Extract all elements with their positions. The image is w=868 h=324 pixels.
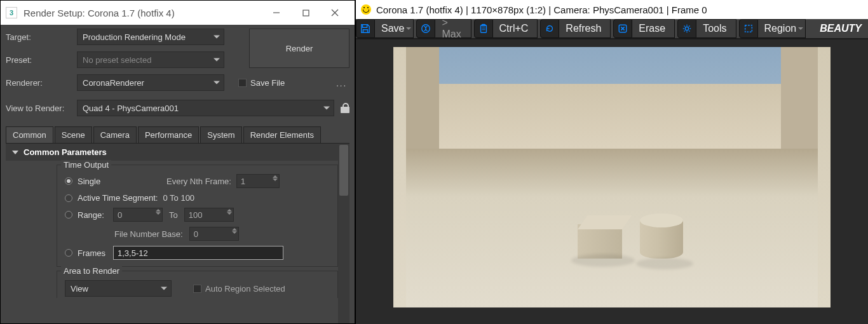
- single-label: Single: [78, 177, 166, 186]
- render-pass-label[interactable]: BEAUTY: [813, 19, 868, 38]
- svg-rect-13: [745, 25, 752, 32]
- maximize-button[interactable]: [291, 1, 320, 25]
- erase-group: Erase: [613, 19, 675, 38]
- refresh-group: Refresh: [540, 19, 611, 38]
- common-panel: Common Parameters ⠿ Time Output Single E…: [6, 144, 349, 323]
- tab-performance[interactable]: Performance: [138, 126, 199, 143]
- erase-icon[interactable]: [613, 19, 632, 38]
- preset-value: No preset selected: [83, 55, 151, 65]
- range-label: Range:: [78, 210, 113, 220]
- lock-icon[interactable]: [341, 103, 349, 113]
- target-label: Target:: [6, 32, 77, 42]
- chevron-down-icon: [323, 107, 330, 110]
- frames-input[interactable]: 1,3,5-12: [113, 246, 283, 260]
- range-radio[interactable]: [65, 211, 72, 219]
- panel-title: Common Parameters: [24, 147, 107, 157]
- tools-group: Tools: [677, 19, 736, 38]
- renderer-value: CoronaRenderer: [83, 78, 144, 88]
- renderer-dropdown[interactable]: CoronaRenderer: [77, 74, 224, 91]
- vfb-titlebar[interactable]: Corona 1.7 (hotfix 4) | 1170×878px (1:2)…: [356, 0, 868, 19]
- panel-header[interactable]: Common Parameters ⠿: [6, 144, 349, 161]
- save-button[interactable]: Save: [375, 19, 414, 38]
- app-icon: 3: [6, 7, 17, 18]
- render-cube: [578, 215, 622, 259]
- split-chevron-icon: [406, 27, 411, 30]
- tab-common[interactable]: Common: [6, 126, 53, 143]
- erase-button[interactable]: Erase: [632, 19, 675, 38]
- view-value: Quad 4 - PhysCamera001: [83, 104, 179, 113]
- chevron-down-icon: [214, 58, 220, 62]
- tab-system[interactable]: System: [200, 126, 241, 143]
- render-image: [393, 47, 831, 307]
- panel-scrollbar[interactable]: [338, 144, 349, 323]
- active-segment-value: 0 To 100: [163, 193, 194, 203]
- auto-region-checkbox[interactable]: [193, 285, 201, 293]
- region-icon[interactable]: [739, 19, 758, 38]
- range-from-spinner[interactable]: 0: [113, 208, 163, 222]
- active-segment-radio[interactable]: [65, 194, 72, 202]
- to-max-icon[interactable]: [416, 19, 435, 38]
- render-setup-body: Target: Production Rendering Mode Preset…: [1, 25, 355, 323]
- smiley-icon: [361, 4, 371, 15]
- to-max-button[interactable]: > Max: [435, 19, 471, 38]
- vfb-title-text: Corona 1.7 (hotfix 4) | 1170×878px (1:2)…: [376, 4, 707, 15]
- area-view-dropdown[interactable]: View: [65, 280, 172, 297]
- save-icon[interactable]: [356, 19, 375, 38]
- save-group: Save: [356, 19, 414, 38]
- single-radio[interactable]: [65, 177, 72, 185]
- target-value: Production Rendering Mode: [83, 32, 186, 42]
- copy-group: Ctrl+C: [474, 19, 538, 38]
- target-dropdown[interactable]: Production Rendering Mode: [77, 29, 224, 45]
- preset-label: Preset:: [6, 55, 77, 65]
- render-cylinder: [640, 213, 683, 263]
- svg-point-12: [685, 27, 688, 30]
- area-to-render-group: Area to Render View Auto Region Selected: [57, 271, 338, 298]
- copy-button[interactable]: Ctrl+C: [493, 19, 538, 38]
- view-label: View to Render:: [6, 104, 77, 113]
- area-legend: Area to Render: [61, 266, 122, 276]
- time-output-legend: Time Output: [61, 160, 111, 170]
- vfb-toolbar: Save > Max Ctrl+C Refresh Erase: [356, 19, 868, 39]
- save-file-checkbox[interactable]: [238, 79, 247, 87]
- vfb-window: Corona 1.7 (hotfix 4) | 1170×878px (1:2)…: [355, 0, 868, 324]
- renderer-label: Renderer:: [6, 78, 77, 88]
- active-segment-label: Active Time Segment:: [78, 193, 158, 203]
- tools-button[interactable]: Tools: [696, 19, 736, 38]
- every-nth-label: Every Nth Frame:: [166, 177, 231, 186]
- chevron-down-icon: [214, 81, 220, 84]
- render-button[interactable]: Render: [249, 29, 349, 68]
- split-chevron-icon: [798, 27, 803, 30]
- save-file-browse[interactable]: ...: [336, 77, 349, 88]
- every-nth-spinner[interactable]: 1: [236, 174, 280, 188]
- chevron-down-icon: [214, 36, 220, 39]
- titlebar[interactable]: 3 Render Setup: Corona 1.7 (hotfix 4): [1, 1, 355, 25]
- auto-region-label: Auto Region Selected: [205, 284, 285, 294]
- tabs: Common Scene Camera Performance System R…: [6, 126, 349, 144]
- region-button[interactable]: Region: [758, 19, 806, 38]
- range-to-spinner[interactable]: 100: [184, 208, 234, 222]
- vfb-viewport[interactable]: [356, 39, 868, 324]
- clipboard-icon[interactable]: [474, 19, 493, 38]
- refresh-button[interactable]: Refresh: [559, 19, 611, 38]
- file-number-base-spinner[interactable]: 0: [189, 227, 239, 241]
- frames-radio[interactable]: [65, 249, 72, 257]
- tab-scene[interactable]: Scene: [55, 126, 92, 143]
- svg-rect-1: [303, 10, 309, 16]
- tab-render-elements[interactable]: Render Elements: [243, 126, 321, 143]
- refresh-icon[interactable]: [540, 19, 559, 38]
- close-button[interactable]: [320, 1, 349, 25]
- tab-camera[interactable]: Camera: [93, 126, 137, 143]
- view-dropdown[interactable]: Quad 4 - PhysCamera001: [77, 100, 334, 116]
- save-file-label: Save File: [250, 78, 285, 88]
- frames-label: Frames: [78, 248, 113, 258]
- render-setup-window: 3 Render Setup: Corona 1.7 (hotfix 4) Ta…: [0, 0, 355, 324]
- collapse-icon: [12, 151, 18, 154]
- file-number-base-label: File Number Base:: [114, 229, 183, 239]
- range-to-label: To: [169, 210, 178, 220]
- tools-icon[interactable]: [677, 19, 696, 38]
- preset-dropdown[interactable]: No preset selected: [77, 51, 224, 68]
- time-output-group: Time Output Single Every Nth Frame: 1 Ac…: [57, 165, 338, 267]
- max-group: > Max: [416, 19, 471, 38]
- scrollbar-thumb[interactable]: [339, 145, 348, 196]
- minimize-button[interactable]: [262, 1, 291, 25]
